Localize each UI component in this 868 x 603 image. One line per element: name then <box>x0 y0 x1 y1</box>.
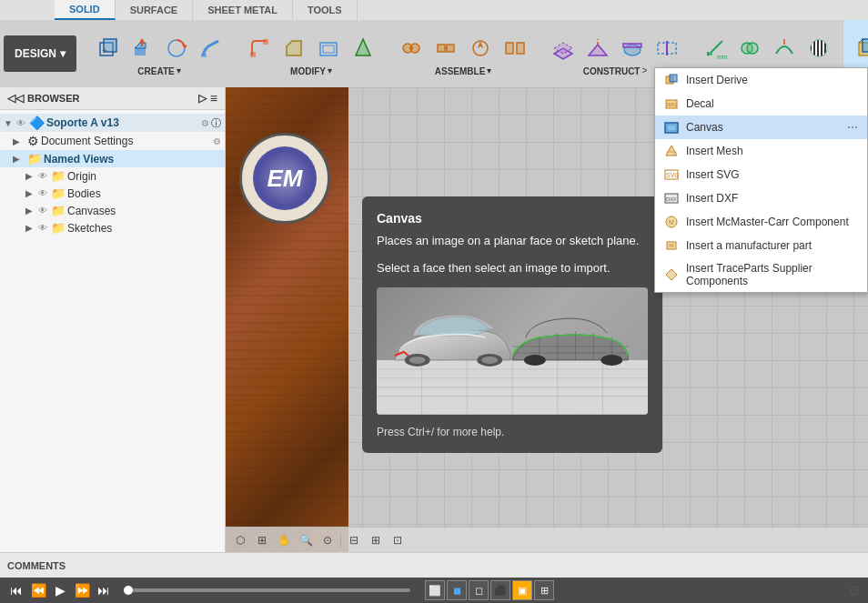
construct-angle-plane-icon[interactable] <box>581 32 614 65</box>
tree-item-bodies[interactable]: ▶ 👁 📁 Bodies <box>0 185 225 202</box>
dropdown-mfr-part[interactable]: Insert a manufacturer part <box>655 234 867 257</box>
bottom-sel-edge-icon[interactable]: ◻ <box>469 580 489 600</box>
tab-solid[interactable]: SOLID <box>55 0 116 20</box>
assemble-joint-icon[interactable] <box>395 32 428 65</box>
modify-draft-icon[interactable] <box>347 32 379 65</box>
construct-offset-plane-icon[interactable] <box>547 32 580 65</box>
bottom-sel-all-icon[interactable]: ⊞ <box>534 580 554 600</box>
browser-tree: ▼ 👁 🔷 Soporte A v13 ⚙ ⓘ ▶ ⚙ Document Set… <box>0 110 225 552</box>
modify-shell-icon[interactable] <box>312 32 345 65</box>
tree-item-root[interactable]: ▼ 👁 🔷 Soporte A v13 ⚙ ⓘ <box>0 114 225 132</box>
anim-prev[interactable]: ⏪ <box>29 581 47 599</box>
svg-rect-12 <box>263 39 268 45</box>
tree-arrow-named-views[interactable]: ▶ <box>13 154 25 164</box>
tree-visibility-canvases[interactable]: 👁 <box>38 206 47 216</box>
tree-item-origin[interactable]: ▶ 👁 📁 Origin <box>0 167 225 185</box>
vp-fit-icon[interactable]: ⊞ <box>251 530 273 550</box>
tree-item-sketches[interactable]: ▶ 👁 📁 Sketches <box>0 219 225 236</box>
settings-gear-icon[interactable]: ⚙ <box>848 582 861 599</box>
tree-item-doc-settings[interactable]: ▶ ⚙ Document Settings ⚙ <box>0 132 225 150</box>
modify-fillet-icon[interactable] <box>243 32 276 65</box>
vp-pan-icon[interactable]: ✋ <box>273 530 295 550</box>
design-button[interactable]: DESIGN ▾ <box>4 35 76 72</box>
tree-arrow-root[interactable]: ▼ <box>4 118 16 128</box>
construct-tangent-plane-icon[interactable] <box>616 32 649 65</box>
anim-next[interactable]: ⏩ <box>73 581 91 599</box>
assemble-arrow[interactable]: ▾ <box>487 65 491 75</box>
dropdown-insert-svg[interactable]: SVG Insert SVG <box>655 163 867 186</box>
bottom-sel-box-icon[interactable]: ⬜ <box>425 580 445 600</box>
vp-look-at-icon[interactable]: ⊙ <box>317 530 338 550</box>
dropdown-insert-mesh[interactable]: Insert Mesh <box>655 139 867 163</box>
tree-item-canvases[interactable]: ▶ 👁 📁 Canvases <box>0 202 225 219</box>
modify-chamfer-icon[interactable] <box>278 32 310 65</box>
tree-visibility-origin[interactable]: 👁 <box>38 171 47 181</box>
dropdown-insert-dxf[interactable]: DXF Insert DXF <box>655 186 867 210</box>
construct-arrow[interactable]: > <box>641 65 647 75</box>
inspect-curvature-icon[interactable] <box>768 32 801 65</box>
assemble-as-built-icon[interactable] <box>429 32 462 65</box>
svg-marker-4 <box>135 43 146 48</box>
create-extrude-icon[interactable] <box>126 32 158 65</box>
dropdown-item-label-traceparts: Insert TraceParts Supplier Components <box>686 262 858 287</box>
tree-gear-root[interactable]: ⚙ <box>201 118 209 128</box>
tree-arrow-canvases[interactable]: ▶ <box>25 206 38 216</box>
vp-zoom-window-icon[interactable]: 🔍 <box>295 530 317 550</box>
anim-skip-back[interactable]: ⏮ <box>7 581 25 599</box>
anim-play[interactable]: ▶ <box>51 581 69 599</box>
tree-settings-root[interactable]: ⓘ <box>211 116 221 130</box>
svg-rect-10 <box>201 54 207 57</box>
tree-arrow-doc-settings[interactable]: ▶ <box>13 136 25 146</box>
create-sweep-icon[interactable] <box>195 32 227 65</box>
inspect-measure-icon[interactable]: mm <box>699 32 732 65</box>
anim-timeline-slider[interactable] <box>124 588 410 592</box>
tab-surface[interactable]: SURFACE <box>116 0 194 20</box>
bottom-sel-face-icon[interactable]: ◼ <box>447 580 467 600</box>
tree-gear-doc[interactable]: ⚙ <box>213 136 221 146</box>
insert-icon-1[interactable] <box>851 32 868 65</box>
bottom-sel-vert-icon[interactable]: ⬛ <box>490 580 510 600</box>
browser-expand-btn[interactable]: ▷ <box>198 92 207 105</box>
dropdown-insert-derive[interactable]: Insert Derive <box>655 68 867 92</box>
assemble-motion-icon[interactable] <box>464 32 497 65</box>
tree-label-doc-settings: Document Settings <box>41 135 213 147</box>
animation-bar: ⏮ ⏪ ▶ ⏩ ⏭ ⬜ ◼ ◻ ⬛ ▣ ⊞ ⚙ <box>0 578 868 603</box>
tree-arrow-bodies[interactable]: ▶ <box>25 188 38 198</box>
dropdown-item-label-canvas: Canvas <box>686 121 723 134</box>
construct-midplane-icon[interactable] <box>651 32 683 65</box>
svg-marker-7 <box>139 38 145 43</box>
vp-canvas-mode-icon[interactable]: ⊡ <box>387 530 409 550</box>
svg-icon: SVG <box>664 167 679 182</box>
tree-icon-doc-settings: ⚙ <box>27 134 39 148</box>
canvas-more-btn[interactable]: ⋯ <box>847 121 858 134</box>
assemble-contact-icon[interactable] <box>499 32 531 65</box>
inspect-interference-icon[interactable] <box>733 32 766 65</box>
modify-arrow[interactable]: ▾ <box>328 65 332 75</box>
tree-visibility-root[interactable]: 👁 <box>16 118 25 128</box>
dropdown-decal[interactable]: IMG Decal <box>655 92 867 116</box>
tree-arrow-sketches[interactable]: ▶ <box>25 223 38 233</box>
browser-options-btn[interactable]: ≡ <box>210 91 217 106</box>
dropdown-traceparts[interactable]: Insert TraceParts Supplier Components <box>655 257 867 292</box>
tab-tools[interactable]: TOOLS <box>293 0 358 20</box>
dropdown-mcmaster[interactable]: M Insert McMaster-Carr Component <box>655 210 867 234</box>
inspect-zebra-icon[interactable] <box>802 32 835 65</box>
svg-rect-21 <box>447 45 454 52</box>
create-arrow[interactable]: ▾ <box>177 65 181 75</box>
tree-arrow-origin[interactable]: ▶ <box>25 171 38 181</box>
browser-collapse-btn[interactable]: ◁◁ <box>7 92 24 105</box>
vp-display-icon[interactable]: ⊟ <box>343 530 365 550</box>
tree-visibility-bodies[interactable]: 👁 <box>38 188 47 198</box>
tree-visibility-sketches[interactable]: 👁 <box>38 223 47 233</box>
traceparts-icon <box>664 267 679 282</box>
create-revolve-icon[interactable] <box>160 32 193 65</box>
vp-transform-icon[interactable]: ⬡ <box>229 530 251 550</box>
dropdown-canvas[interactable]: Canvas ⋯ <box>655 116 867 139</box>
tab-sheet-metal[interactable]: SHEET METAL <box>193 0 293 20</box>
vp-grid-icon[interactable]: ⊞ <box>365 530 387 550</box>
tree-item-named-views[interactable]: ▶ 📁 Named Views <box>0 150 225 167</box>
anim-skip-forward[interactable]: ⏭ <box>95 581 113 599</box>
create-new-body-icon[interactable]: + <box>91 32 124 65</box>
bottom-active-icon[interactable]: ▣ <box>512 580 532 600</box>
svg-rect-82 <box>670 75 677 82</box>
